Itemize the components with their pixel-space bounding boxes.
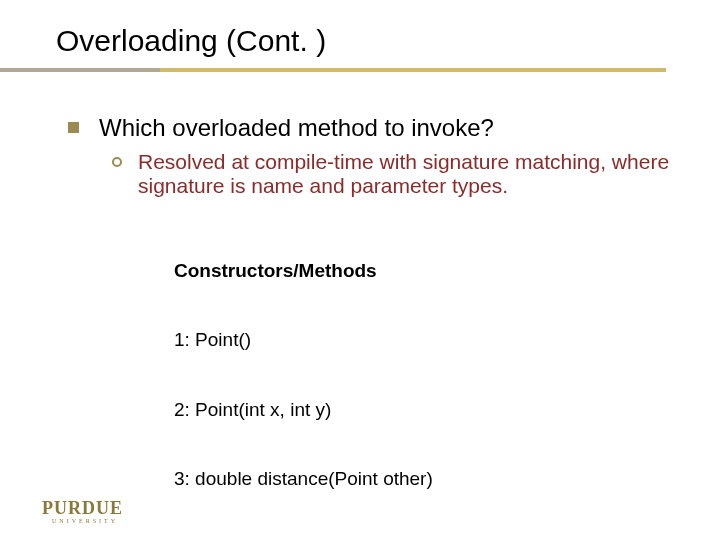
- slide-title: Overloading (Cont. ): [56, 24, 680, 58]
- title-divider: [0, 68, 720, 72]
- circle-bullet-icon: [112, 157, 122, 167]
- code-line: 1: Point(): [174, 328, 680, 351]
- constructors-block: Constructors/Methods 1: Point() 2: Point…: [174, 212, 680, 540]
- square-bullet-icon: [68, 122, 79, 133]
- logo-name: PURDUE: [42, 498, 123, 518]
- purdue-logo: PURDUE UNIVERSITY: [42, 498, 123, 524]
- bullet-level-2: Resolved at compile-time with signature …: [112, 150, 680, 198]
- logo-sub: UNIVERSITY: [52, 518, 123, 524]
- constructors-header: Constructors/Methods: [174, 259, 680, 282]
- code-line: 2: Point(int x, int y): [174, 398, 680, 421]
- bullet-1-text: Which overloaded method to invoke?: [99, 114, 494, 142]
- code-line: 3: double distance(Point other): [174, 467, 680, 490]
- bullet-2-text: Resolved at compile-time with signature …: [138, 150, 680, 198]
- bullet-level-1: Which overloaded method to invoke?: [68, 114, 680, 142]
